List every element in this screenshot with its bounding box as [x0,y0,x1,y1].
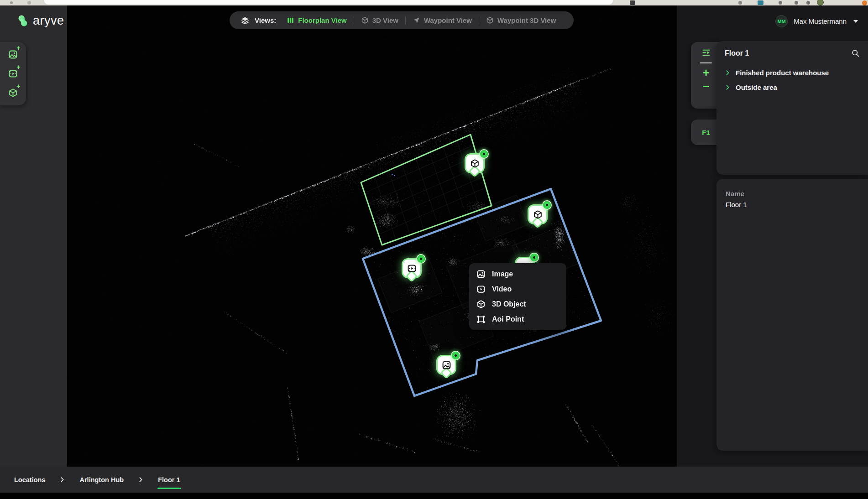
tree-item-finished-product-warehouse[interactable]: Finished product warehouse [725,67,860,79]
views-label: Views: [255,16,276,24]
floorplan-map[interactable]: ImageVideo3D ObjectAoi Point [67,5,677,467]
marker-3d-object[interactable] [466,155,483,172]
floorplan-icon [287,16,294,24]
layer-panel-toggle-button[interactable] [693,46,719,59]
video-icon [407,264,417,273]
search-icon[interactable] [851,49,860,57]
browser-profile-avatar [817,0,824,5]
add-annotation-context-menu: ImageVideo3D ObjectAoi Point [469,263,566,330]
view-tab-waypoint-view[interactable]: Waypoint View [406,16,479,24]
cube-icon [533,210,543,219]
menu-item-3d-object[interactable]: 3D Object [469,296,566,312]
aryve-app: aryve +++ ImageVideo3D ObjectAoi Point V… [0,5,868,499]
region-outlines-layer [67,5,677,467]
browser-favicon [27,1,31,5]
cube-icon [361,16,369,24]
toolbar-divider [700,62,712,63]
menu-item-image[interactable]: Image [469,266,566,281]
marker-badge [530,254,538,261]
view-tab-waypoint-3d-view[interactable]: Waypoint 3D View [479,16,563,24]
browser-tab-icon [10,1,13,4]
breadcrumb-arlington-hub[interactable]: Arlington Hub [79,476,124,483]
plus-badge: + [16,45,20,51]
marker-3d-object[interactable] [529,206,546,223]
view-tab-3d-view[interactable]: 3D View [354,16,405,24]
name-field-label: Name [726,190,859,198]
waypoint-icon [413,16,420,24]
tree-item-outside-area[interactable]: Outside area [725,81,860,94]
browser-toolbar-icon [795,1,798,5]
layer-tree: Finished product warehouse Outside area [725,67,860,94]
browser-toolbar-icon [779,1,782,5]
aoi-icon [476,315,486,324]
layers-panel: Floor 1 Finished product warehouse Outsi… [716,41,868,175]
user-menu[interactable]: MM Max Mustermann [775,15,858,27]
cube-icon [476,300,486,309]
aryve-logo-icon [17,15,28,27]
breadcrumb-locations[interactable]: Locations [14,476,45,483]
panel-toggle-icon [701,48,711,57]
zoom-out-button[interactable]: − [693,79,719,93]
user-avatar: MM [775,15,788,27]
plus-badge: + [16,64,20,70]
chevron-right-icon [725,70,731,76]
add-annotation-toolbar: +++ [0,42,26,105]
marker-badge [417,255,425,263]
browser-bookmark-icon [738,1,742,5]
breadcrumb-floor-1[interactable]: Floor 1 [158,476,180,483]
region-outline-green[interactable] [361,135,492,245]
name-field-value: Floor 1 [726,201,859,208]
marker-image[interactable] [438,356,455,374]
marker-badge [543,201,551,209]
app-logo[interactable]: aryve [17,14,64,28]
breadcrumb: LocationsArlington HubFloor 1 [0,467,868,493]
panel-title: Floor 1 [725,49,749,57]
add-video-button[interactable]: + [5,65,21,82]
browser-menu-icon [862,0,867,5]
browser-chrome-strip [0,0,868,5]
browser-extension-icon [630,0,635,5]
browser-address-bar [43,0,614,5]
browser-toolbar-icon [806,1,810,5]
properties-panel: Name Floor 1 [716,179,868,451]
image-icon [476,270,486,279]
user-name: Max Mustermann [794,17,847,25]
view-tab-floorplan-view[interactable]: Floorplan View [280,16,353,24]
left-sidebar: aryve +++ [0,5,67,467]
layers-icon [241,16,250,25]
add-3d-object-button[interactable]: + [5,84,21,101]
menu-item-video[interactable]: Video [469,281,566,296]
logo-text: aryve [33,14,64,28]
plus-badge: + [16,83,20,89]
views-switcher: Views: Floorplan View3D ViewWaypoint Vie… [230,11,574,29]
marker-badge [452,352,460,359]
cube-icon [486,16,494,24]
chevron-right-icon [138,477,144,483]
cube-icon [470,159,480,168]
browser-extension-icon [758,0,763,5]
chevron-right-icon [725,84,731,90]
add-image-button[interactable]: + [5,46,21,62]
image-icon [442,360,451,370]
marker-video[interactable] [403,260,420,277]
marker-badge [480,150,488,158]
video-icon [476,285,486,294]
menu-item-aoi-point[interactable]: Aoi Point [469,312,566,327]
zoom-in-button[interactable]: + [693,66,719,79]
chevron-right-icon [59,477,65,483]
caret-down-icon [853,20,858,23]
bottom-strip [0,493,868,499]
